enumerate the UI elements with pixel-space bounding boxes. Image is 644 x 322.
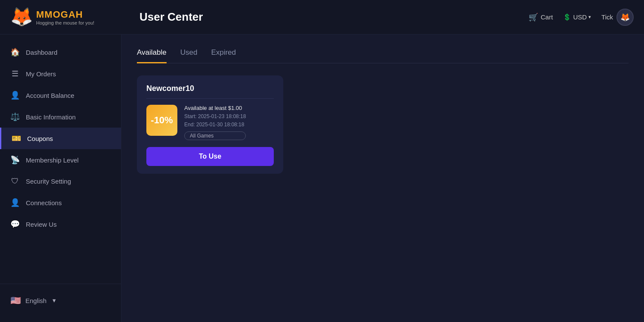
avatar-icon: 🦊 — [620, 13, 630, 22]
shield-icon: 🛡 — [10, 177, 20, 186]
sidebar-item-basic-information[interactable]: ⚖️ Basic Information — [0, 106, 121, 128]
avatar: 🦊 — [616, 9, 634, 26]
balance-icon: 👤 — [10, 91, 20, 100]
sidebar-item-review-us[interactable]: 💬 Review Us — [0, 213, 121, 235]
connections-icon: 👤 — [10, 198, 20, 207]
cart-icon: 🛒 — [529, 13, 538, 22]
main-content: Available Used Expired Newcomer10 -10% A… — [121, 34, 644, 322]
logo-icon: 🦊 — [10, 6, 33, 28]
review-icon: 💬 — [10, 219, 20, 229]
sidebar-item-label: Coupons — [27, 135, 53, 142]
flag-icon: 🇺🇸 — [10, 295, 21, 306]
membership-icon: 📡 — [10, 155, 20, 165]
layout: 🏠 Dashboard ☰ My Orders 👤 Account Balanc… — [0, 34, 644, 322]
home-icon: 🏠 — [10, 47, 20, 57]
coupon-badge-text: -10% — [151, 115, 173, 126]
use-coupon-button[interactable]: To Use — [146, 147, 274, 166]
coupon-condition: Available at least $1.00 — [184, 105, 246, 111]
tab-available-label: Available — [137, 48, 167, 56]
coupon-info: Available at least $1.00 Start: 2025-01-… — [184, 105, 246, 140]
sidebar-item-security-setting[interactable]: 🛡 Security Setting — [0, 171, 121, 192]
language-label: English — [25, 297, 46, 304]
page-title: User Center — [139, 10, 203, 24]
language-selector[interactable]: 🇺🇸 English ▾ — [0, 289, 121, 312]
coupons-icon: 🎫 — [12, 134, 21, 143]
sidebar-item-label: Connections — [26, 199, 62, 206]
tab-used[interactable]: Used — [180, 48, 198, 63]
sidebar-item-label: Account Balance — [26, 92, 74, 99]
currency-dropdown[interactable]: 💲 USD ▾ — [563, 13, 591, 21]
sidebar: 🏠 Dashboard ☰ My Orders 👤 Account Balanc… — [0, 34, 121, 322]
coupon-name: Newcomer10 — [146, 84, 274, 99]
coupon-start-date: Start: 2025-01-23 18:08:18 — [184, 113, 246, 119]
logo-text: MMOGAH Hogging the mouse for you! — [36, 9, 94, 25]
coupon-badge: -10% — [146, 105, 177, 136]
tick-label: Tick — [601, 13, 613, 21]
sidebar-item-label: Review Us — [26, 221, 57, 228]
coupon-end-date: End: 2025-01-30 18:08:18 — [184, 122, 246, 128]
sidebar-item-my-orders[interactable]: ☰ My Orders — [0, 63, 121, 84]
chevron-down-icon: ▾ — [53, 297, 56, 304]
header-right: 🛒 Cart 💲 USD ▾ Tick 🦊 — [529, 9, 634, 26]
tab-available[interactable]: Available — [137, 48, 167, 63]
sidebar-item-account-balance[interactable]: 👤 Account Balance — [0, 84, 121, 106]
logo-tagline: Hogging the mouse for you! — [36, 20, 94, 25]
coupon-body: -10% Available at least $1.00 Start: 202… — [146, 105, 274, 140]
currency-label: USD — [573, 13, 587, 21]
coupon-tag: All Games — [184, 131, 246, 140]
sidebar-item-connections[interactable]: 👤 Connections — [0, 192, 121, 213]
orders-icon: ☰ — [10, 69, 20, 78]
sidebar-item-dashboard[interactable]: 🏠 Dashboard — [0, 41, 121, 63]
logo-name: MMOGAH — [36, 9, 94, 20]
user-menu[interactable]: Tick 🦊 — [601, 9, 634, 26]
coupon-card: Newcomer10 -10% Available at least $1.00… — [137, 75, 283, 174]
info-icon: ⚖️ — [10, 112, 20, 122]
header: 🦊 MMOGAH Hogging the mouse for you! User… — [0, 0, 644, 34]
tab-expired-label: Expired — [211, 48, 236, 56]
cart-button[interactable]: 🛒 Cart — [529, 13, 553, 22]
tabs: Available Used Expired — [137, 48, 629, 63]
logo-area: 🦊 MMOGAH Hogging the mouse for you! — [10, 6, 131, 28]
sidebar-item-coupons[interactable]: 🎫 Coupons — [0, 128, 121, 149]
sidebar-item-label: My Orders — [26, 70, 56, 78]
cart-label: Cart — [541, 13, 553, 21]
sidebar-item-label: Membership Level — [26, 156, 79, 164]
sidebar-bottom: 🇺🇸 English ▾ — [0, 278, 121, 315]
tab-expired[interactable]: Expired — [211, 48, 236, 63]
sidebar-item-label: Dashboard — [26, 49, 57, 56]
tab-used-label: Used — [180, 48, 198, 56]
sidebar-item-membership-level[interactable]: 📡 Membership Level — [0, 149, 121, 171]
currency-icon: 💲 — [563, 13, 571, 21]
sidebar-item-label: Basic Information — [26, 113, 76, 121]
chevron-down-icon: ▾ — [588, 14, 591, 20]
divider — [0, 284, 121, 284]
sidebar-item-label: Security Setting — [26, 178, 71, 185]
